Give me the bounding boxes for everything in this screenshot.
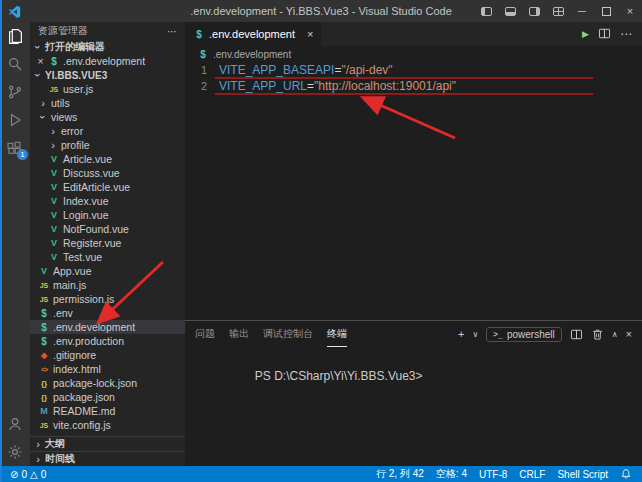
encoding[interactable]: UTF-8 — [479, 469, 507, 480]
maximize-icon[interactable] — [594, 0, 618, 22]
tree-item-.env[interactable]: $.env — [30, 306, 185, 320]
terminal-profile-chip[interactable]: >_ powershell — [486, 327, 561, 342]
run-file-icon[interactable]: ▶ — [582, 29, 589, 39]
git-branch-icon — [7, 84, 23, 100]
tree-item-views[interactable]: ›views — [30, 110, 185, 124]
code-line-2[interactable]: 2VITE_APP_URL="http://localhost:19001/ap… — [185, 78, 642, 94]
gear-icon — [7, 444, 23, 460]
activity-settings[interactable] — [0, 438, 30, 466]
status-bar: ⊘ 0 △ 0 行 2, 列 42 空格: 4 UTF-8 CRLF Shell… — [0, 466, 642, 482]
line-number: 1 — [185, 64, 207, 76]
code-token: VITE_APP_BASEAPI — [219, 63, 334, 77]
code-line-1[interactable]: 1VITE_APP_BASEAPI="/api-dev" — [185, 62, 642, 78]
tree-item-label: App.vue — [53, 265, 92, 277]
tree-item-Discuss.vue[interactable]: VDiscuss.vue — [30, 166, 185, 180]
activity-run-debug[interactable] — [0, 106, 30, 134]
sidebar-bottom-sections: ›大纲›时间线 — [30, 436, 185, 466]
section-project-root[interactable]: › YI.BBS.VUE3 — [30, 68, 185, 82]
env-file-icon: $ — [48, 56, 60, 67]
tree-item-permission.js[interactable]: JSpermission.js — [30, 292, 185, 306]
problems-indicator[interactable]: ⊘ 0 △ 0 — [10, 469, 46, 480]
notifications-bell-icon[interactable] — [620, 468, 632, 480]
line-number: 2 — [185, 80, 207, 92]
activity-source-control[interactable] — [0, 78, 30, 106]
cursor-position[interactable]: 行 2, 列 42 — [376, 467, 424, 481]
tree-item-vite.config.js[interactable]: JSvite.config.js — [30, 418, 185, 432]
code-editor[interactable]: 1VITE_APP_BASEAPI="/api-dev"2VITE_APP_UR… — [185, 62, 642, 320]
code-token: "http://localhost:19001/api" — [314, 79, 456, 93]
sidebar-section-时间线[interactable]: ›时间线 — [30, 451, 185, 466]
tree-item-package-lock.json[interactable]: {}package-lock.json — [30, 376, 185, 390]
terminal[interactable]: PS D:\CSharp\Yi\Yi.BBS.Vue3> — [185, 347, 642, 397]
panel-tab-输出[interactable]: 输出 — [229, 321, 249, 347]
env-file-icon: $ — [193, 29, 205, 40]
tab-env-development[interactable]: $ .env.development × — [185, 22, 321, 46]
chevron-down-icon: › — [33, 42, 43, 52]
activity-explorer[interactable] — [0, 22, 30, 50]
breadcrumb[interactable]: $ .env.development — [185, 46, 642, 62]
tree-item-label: views — [51, 111, 77, 123]
tree-item-NotFound.vue[interactable]: VNotFound.vue — [30, 222, 185, 236]
section-open-editors[interactable]: › 打开的编辑器 — [30, 40, 185, 54]
maximize-panel-icon[interactable]: ∧ — [612, 330, 618, 339]
panel-tab-调试控制台[interactable]: 调试控制台 — [263, 321, 313, 347]
code-token: VITE_APP_URL — [219, 79, 307, 93]
split-terminal-icon[interactable] — [570, 328, 583, 341]
tree-item-.gitignore[interactable]: ◆.gitignore — [30, 348, 185, 362]
panel-tab-问题[interactable]: 问题 — [195, 321, 215, 347]
tree-item-Login.vue[interactable]: VLogin.vue — [30, 208, 185, 222]
toggle-secondary-sidebar-icon[interactable] — [522, 0, 546, 22]
tree-item-label: permission.js — [53, 293, 114, 305]
breadcrumb-item: .env.development — [213, 49, 291, 60]
activity-account[interactable] — [0, 410, 30, 438]
language-mode[interactable]: Shell Script — [557, 469, 608, 480]
project-root-label: YI.BBS.VUE3 — [45, 70, 107, 81]
tree-item-profile[interactable]: ›profile — [30, 138, 185, 152]
kill-terminal-icon[interactable] — [591, 328, 604, 341]
tree-item-Article.vue[interactable]: VArticle.vue — [30, 152, 185, 166]
chevron-right-icon: › — [48, 140, 58, 150]
terminal-prompt: PS D:\CSharp\Yi\Yi.BBS.Vue3> — [255, 369, 423, 383]
tree-item-error[interactable]: ›error — [30, 124, 185, 138]
open-editor-label: .env.development — [63, 55, 145, 67]
tree-item-Register.vue[interactable]: VRegister.vue — [30, 236, 185, 250]
tree-item-EditArticle.vue[interactable]: VEditArticle.vue — [30, 180, 185, 194]
split-editor-icon[interactable] — [598, 27, 611, 42]
eol-sequence[interactable]: CRLF — [519, 469, 545, 480]
tree-item-README.md[interactable]: MREADME.md — [30, 404, 185, 418]
minimize-icon[interactable]: ─ — [570, 0, 594, 22]
tree-item-main.js[interactable]: JSmain.js — [30, 278, 185, 292]
new-terminal-icon[interactable]: + — [458, 328, 464, 340]
close-panel-icon[interactable]: × — [626, 328, 632, 340]
tree-item-user.js[interactable]: JSuser.js — [30, 82, 185, 96]
title-bar: .env.development - Yi.BBS.Vue3 - Visual … — [0, 0, 642, 22]
tree-item-package.json[interactable]: {}package.json — [30, 390, 185, 404]
more-actions-icon[interactable]: ⋯ — [620, 27, 632, 41]
customize-layout-icon[interactable] — [546, 0, 570, 22]
editor-actions: ▶ ⋯ — [582, 22, 642, 46]
activity-extensions[interactable]: 1 — [0, 134, 30, 162]
tree-item-utils[interactable]: ›utils — [30, 96, 185, 110]
tree-item-Test.vue[interactable]: VTest.vue — [30, 250, 185, 264]
toggle-panel-icon[interactable] — [498, 0, 522, 22]
close-icon[interactable]: × — [36, 55, 45, 67]
env-file-icon: $ — [38, 308, 50, 319]
tree-item-.env.development[interactable]: $.env.development — [30, 320, 185, 334]
window-title: .env.development - Yi.BBS.Vue3 - Visual … — [190, 5, 452, 17]
open-editor-item[interactable]: ×$.env.development — [30, 54, 185, 68]
tab-close-icon[interactable]: × — [307, 28, 313, 40]
panel-tab-终端[interactable]: 终端 — [327, 321, 347, 347]
activity-search[interactable] — [0, 50, 30, 78]
more-actions-icon[interactable]: ⋯ — [167, 26, 177, 37]
tree-item-Index.vue[interactable]: VIndex.vue — [30, 194, 185, 208]
sidebar-section-大纲[interactable]: ›大纲 — [30, 436, 185, 451]
vue-file-icon: V — [48, 182, 60, 192]
tree-item-.env.production[interactable]: $.env.production — [30, 334, 185, 348]
close-icon[interactable]: × — [618, 0, 642, 22]
chevron-down-icon[interactable]: ∨ — [472, 330, 478, 339]
annotation-underline-line1 — [215, 77, 593, 79]
tree-item-index.html[interactable]: <>index.html — [30, 362, 185, 376]
indentation[interactable]: 空格: 4 — [436, 467, 467, 481]
tree-item-App.vue[interactable]: VApp.vue — [30, 264, 185, 278]
toggle-sidebar-icon[interactable] — [474, 0, 498, 22]
